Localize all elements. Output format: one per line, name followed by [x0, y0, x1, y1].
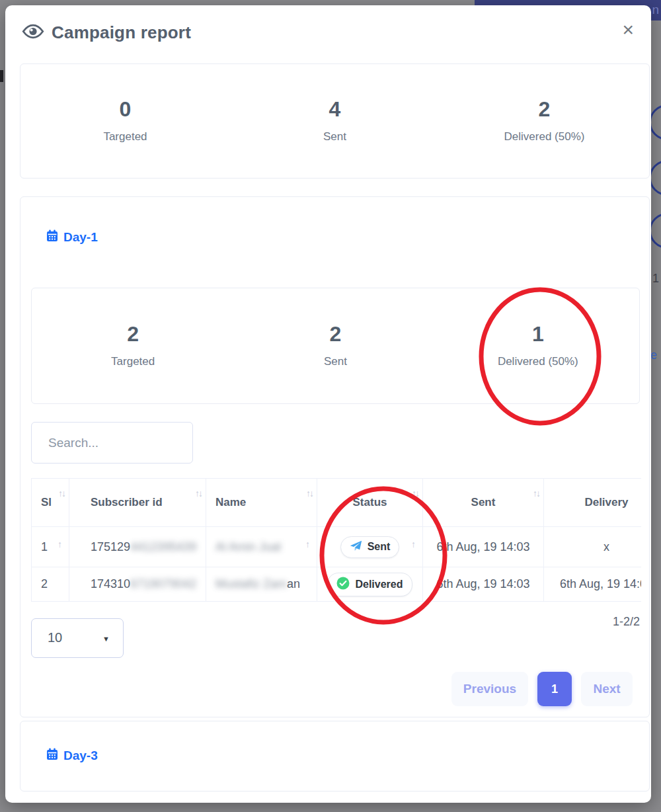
cell-subscriber-id: 1743106719079042	[69, 567, 206, 602]
modal-title: Campaign report	[52, 22, 191, 43]
cell-sl: 2	[32, 567, 69, 602]
search-input[interactable]	[31, 422, 193, 464]
sort-icon[interactable]: ↑↓	[412, 488, 418, 499]
pagination: Previous 1 Next	[451, 672, 633, 706]
column-header-subscriber-id[interactable]: Subscriber id↑↓	[69, 479, 206, 527]
campaign-report-modal: Campaign report × 0 Targeted 4 Sent 2 De…	[5, 5, 651, 803]
subscriber-table: Sl↑↓ Subscriber id↑↓ Name↑↓ Status↑↓ Sen…	[31, 478, 641, 602]
paper-plane-icon	[350, 540, 362, 554]
status-badge-sent: Sent	[340, 536, 400, 558]
stat-sent: 2 Sent	[234, 288, 436, 403]
sort-icon[interactable]: ↑↓	[306, 488, 313, 499]
eye-icon	[22, 23, 44, 42]
stat-targeted: 2 Targeted	[32, 288, 234, 403]
stat-value: 2	[539, 99, 551, 120]
sort-up-icon: ↑	[58, 539, 62, 549]
table-row: 2 1743106719079042 Mustafiz Zaman	[32, 567, 642, 602]
stat-label: Delivered (50%)	[498, 355, 578, 368]
stat-value: 1	[532, 323, 544, 345]
sort-up-icon: ↑	[411, 539, 416, 549]
stat-delivered: 2 Delivered (50%)	[440, 64, 649, 178]
cell-name: Mustafiz Zaman	[206, 567, 317, 602]
chevron-down-icon: ▼	[102, 635, 110, 643]
cell-delivery: 6th Aug, 19 14:03	[544, 567, 642, 602]
cell-delivery: x	[544, 527, 642, 567]
cell-status: Sent ↑	[317, 527, 423, 567]
background-navbar-text: n	[652, 3, 659, 17]
close-icon[interactable]: ×	[622, 20, 634, 40]
day1-link[interactable]: Day-1	[46, 229, 98, 245]
background-edge-mark	[0, 70, 3, 82]
page-1-button[interactable]: 1	[537, 672, 572, 706]
day1-stats: 2 Targeted 2 Sent 1 Delivered (50%)	[32, 288, 639, 403]
stat-label: Targeted	[103, 130, 147, 143]
cell-sent: 6th Aug, 19 14:03	[423, 567, 544, 602]
stat-label: Targeted	[111, 355, 155, 368]
blurred-text: Mustafiz Zam	[215, 577, 287, 590]
sort-icon[interactable]: ↑↓	[195, 488, 202, 499]
day3-section-card: Day-3	[20, 721, 650, 792]
blurred-text: 4412395439	[130, 540, 196, 553]
stat-value: 0	[120, 99, 132, 120]
column-header-delivery[interactable]: Delivery	[544, 479, 642, 527]
day3-link-label: Day-3	[63, 749, 98, 763]
blurred-text: Al Amin Jual	[215, 540, 281, 553]
modal-header: Campaign report	[22, 22, 191, 43]
page-size-value: 10	[48, 630, 62, 645]
day1-section-card: Day-1 2 Targeted 2 Sent 1 Delivered (50%…	[20, 196, 650, 717]
summary-stats: 0 Targeted 4 Sent 2 Delivered (50%)	[20, 64, 649, 178]
sort-icon[interactable]: ↑↓	[58, 488, 65, 499]
stat-value: 4	[329, 99, 341, 120]
table-row: 1↑ 1751294412395439 Al Amin Jual↑	[32, 527, 642, 567]
calendar-icon	[46, 229, 58, 245]
table-header-row: Sl↑↓ Subscriber id↑↓ Name↑↓ Status↑↓ Sen…	[32, 479, 642, 527]
stat-delivered: 1 Delivered (50%)	[437, 288, 639, 403]
cell-sent: 6th Aug, 19 14:03	[423, 527, 544, 567]
stat-value: 2	[330, 323, 342, 345]
background-edge-text: 1	[652, 272, 659, 286]
day1-link-label: Day-1	[63, 230, 98, 245]
cell-name: Al Amin Jual↑	[206, 527, 317, 567]
cell-sl: 1↑	[32, 527, 69, 567]
column-header-name[interactable]: Name↑↓	[206, 479, 317, 527]
day1-summary-card: 2 Targeted 2 Sent 1 Delivered (50%)	[31, 288, 640, 404]
background-edge-text: e	[650, 348, 657, 362]
page: { "header": { "title": "Campaign report"…	[0, 0, 661, 812]
day3-link[interactable]: Day-3	[46, 748, 98, 763]
check-circle-icon	[336, 577, 350, 592]
cell-subscriber-id: 1751294412395439	[69, 527, 206, 567]
sort-icon[interactable]: ↑↓	[533, 488, 539, 499]
status-badge-delivered: Delivered	[327, 573, 412, 596]
calendar-icon	[46, 748, 58, 763]
cell-status: Delivered	[317, 567, 423, 602]
campaign-summary-card: 0 Targeted 4 Sent 2 Delivered (50%)	[20, 63, 650, 179]
column-header-sent[interactable]: Sent↑↓	[423, 479, 544, 527]
column-header-sl[interactable]: Sl↑↓	[32, 479, 69, 527]
blurred-text: 6719079042	[130, 577, 196, 590]
previous-button[interactable]: Previous	[451, 672, 528, 706]
stat-label: Sent	[324, 355, 347, 368]
page-size-select[interactable]: 10 ▼	[31, 618, 124, 658]
next-button[interactable]: Next	[581, 672, 633, 706]
stat-label: Sent	[323, 130, 346, 143]
stat-value: 2	[127, 323, 139, 345]
column-header-status[interactable]: Status↑↓	[317, 479, 423, 527]
stat-sent: 4 Sent	[230, 64, 440, 178]
stat-label: Delivered (50%)	[504, 130, 585, 143]
stat-targeted: 0 Targeted	[20, 64, 230, 178]
sort-up-icon: ↑	[305, 539, 310, 549]
subscriber-table-wrap: Sl↑↓ Subscriber id↑↓ Name↑↓ Status↑↓ Sen…	[31, 478, 641, 602]
range-label: 1-2/2	[613, 615, 640, 629]
